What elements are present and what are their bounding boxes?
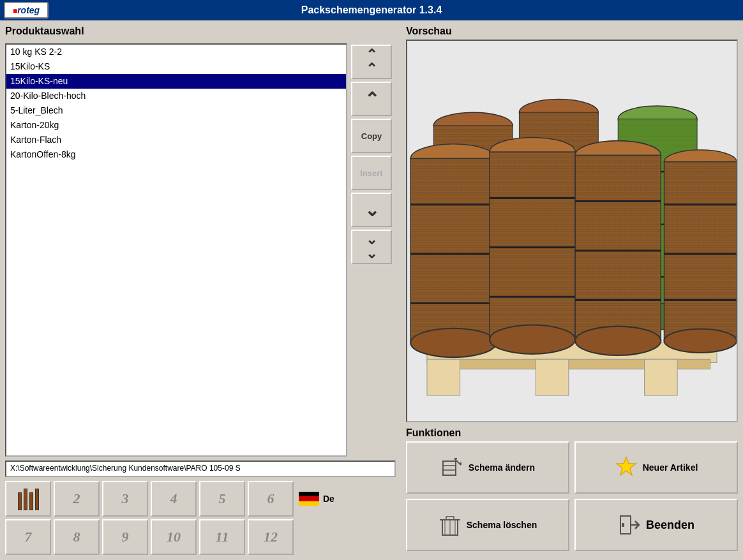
schema-num: 10 — [167, 529, 181, 545]
schema-line — [24, 489, 27, 510]
schema-num: 4 — [170, 490, 177, 507]
schema-aendern-icon — [440, 456, 463, 479]
schema-button-11[interactable]: 11 — [199, 519, 245, 555]
schema-num: 6 — [267, 490, 274, 507]
schema-button-3[interactable]: 3 — [102, 481, 148, 517]
schema-line — [35, 489, 39, 510]
funktionen-grid: Schema ändern Neuer Artikel — [406, 441, 738, 551]
schema-num: 9 — [122, 529, 129, 545]
list-item[interactable]: Karton-Flach — [6, 133, 346, 147]
insert-button[interactable]: Insert — [351, 156, 392, 190]
list-item[interactable]: 5-Liter_Blech — [6, 103, 346, 118]
schema-num: 7 — [25, 529, 32, 545]
schema-num: 2 — [73, 490, 80, 507]
schema-num: 5 — [219, 490, 226, 507]
list-item[interactable]: 10 kg KS 2-2 — [6, 45, 346, 59]
beenden-icon — [618, 513, 641, 536]
list-item-selected[interactable]: 15Kilo-KS-neu — [6, 74, 346, 89]
preview-canvas — [406, 40, 738, 422]
double-chevron-up-icon: ⌃⌃ — [366, 48, 377, 76]
app-title: Packschemengenerator 1.3.4 — [301, 4, 442, 16]
svg-point-50 — [664, 329, 737, 353]
list-item[interactable]: KartonOffen-8kg — [6, 147, 346, 162]
schema-num: 11 — [216, 529, 229, 545]
path-bar: X:\Softwareentwicklung\Sicherung Kundens… — [5, 461, 396, 477]
left-panel: Produktauswahl 10 kg KS 2-2 15Kilo-KS 15… — [0, 20, 401, 560]
schema-num: 12 — [264, 529, 278, 545]
schema-num: 8 — [73, 529, 80, 545]
scroll-down-button[interactable]: ⌄ — [351, 193, 392, 227]
beenden-button[interactable]: Beenden — [574, 499, 738, 551]
vorschau-header: Vorschau — [406, 26, 738, 37]
svg-point-44 — [575, 327, 661, 355]
double-chevron-down-icon: ⌄⌄ — [366, 233, 377, 261]
chevron-up-icon: ⌃ — [364, 89, 379, 110]
vorschau-section: Vorschau — [406, 26, 738, 424]
logo: ■roteg — [4, 2, 49, 18]
schema-button-7[interactable]: 7 — [5, 519, 51, 555]
nav-buttons: ⌃⌃ ⌃ Copy Insert ⌄ ⌄⌄ — [351, 43, 396, 457]
funktionen-header: Funktionen — [406, 427, 738, 439]
schema-button-5[interactable]: 5 — [199, 481, 245, 517]
schema-grid: 2 3 4 5 6 — [5, 481, 396, 555]
scroll-bottom-button[interactable]: ⌄⌄ — [351, 230, 392, 264]
neuer-artikel-button[interactable]: Neuer Artikel — [574, 441, 738, 494]
scroll-top-button[interactable]: ⌃⌃ — [351, 45, 392, 79]
produkt-header: Produktauswahl — [5, 26, 396, 37]
schema-loeschen-icon — [439, 513, 462, 536]
beenden-label: Beenden — [646, 519, 694, 532]
funktionen-section: Funktionen Schema ändern — [406, 427, 738, 555]
svg-rect-37 — [490, 152, 575, 339]
flag-red — [299, 496, 319, 501]
svg-rect-2 — [427, 359, 460, 395]
svg-point-32 — [410, 328, 496, 357]
language-label: De — [323, 494, 334, 504]
schema-button-12[interactable]: 12 — [248, 519, 294, 555]
language-selector[interactable]: De — [296, 492, 337, 506]
preview-svg — [407, 41, 737, 421]
copy-button[interactable]: Copy — [351, 119, 392, 153]
right-panel: Vorschau — [401, 20, 743, 560]
schema-button-2[interactable]: 2 — [54, 481, 100, 517]
svg-rect-31 — [410, 158, 496, 343]
schema-button-1[interactable] — [5, 481, 51, 517]
chevron-down-icon: ⌄ — [364, 200, 379, 221]
svg-marker-60 — [617, 457, 636, 475]
svg-point-38 — [490, 325, 575, 354]
schema-aendern-button[interactable]: Schema ändern — [406, 441, 569, 494]
svg-rect-69 — [622, 523, 624, 527]
titlebar: ■roteg Packschemengenerator 1.3.4 — [0, 0, 743, 20]
schema-row-2: 7 8 9 10 11 12 — [5, 519, 396, 555]
schema-row-1: 2 3 4 5 6 — [5, 481, 396, 517]
svg-rect-4 — [645, 359, 678, 395]
schema-line — [18, 492, 22, 510]
neuer-artikel-label: Neuer Artikel — [643, 462, 698, 473]
main-layout: Produktauswahl 10 kg KS 2-2 15Kilo-KS 15… — [0, 20, 743, 560]
schema-button-8[interactable]: 8 — [54, 519, 100, 555]
schema-button-6[interactable]: 6 — [248, 481, 294, 517]
schema-button-9[interactable]: 9 — [102, 519, 148, 555]
schema-button-4[interactable]: 4 — [151, 481, 197, 517]
list-item[interactable]: 20-Kilo-Blech-hoch — [6, 89, 346, 103]
svg-rect-49 — [664, 162, 737, 341]
svg-rect-66 — [446, 517, 454, 520]
svg-rect-43 — [575, 155, 661, 341]
neuer-artikel-icon — [615, 456, 638, 479]
flag-black — [299, 492, 319, 496]
schema-line — [29, 492, 33, 510]
schema-lines-icon — [18, 487, 39, 510]
flag-gold — [299, 501, 319, 506]
produkt-section: 10 kg KS 2-2 15Kilo-KS 15Kilo-KS-neu 20-… — [5, 43, 396, 457]
schema-num: 3 — [122, 490, 129, 507]
logo-text: ■roteg — [13, 5, 40, 15]
schema-loeschen-button[interactable]: Schema löschen — [406, 499, 569, 551]
schema-aendern-label: Schema ändern — [469, 462, 535, 473]
list-item[interactable]: Karton-20kg — [6, 118, 346, 133]
schema-button-10[interactable]: 10 — [151, 519, 197, 555]
produkt-list: 10 kg KS 2-2 15Kilo-KS 15Kilo-KS-neu 20-… — [5, 43, 347, 457]
list-item[interactable]: 15Kilo-KS — [6, 59, 346, 74]
flag-icon — [299, 492, 319, 506]
svg-rect-3 — [536, 359, 569, 395]
svg-rect-54 — [443, 461, 456, 475]
scroll-up-button[interactable]: ⌃ — [351, 82, 392, 116]
